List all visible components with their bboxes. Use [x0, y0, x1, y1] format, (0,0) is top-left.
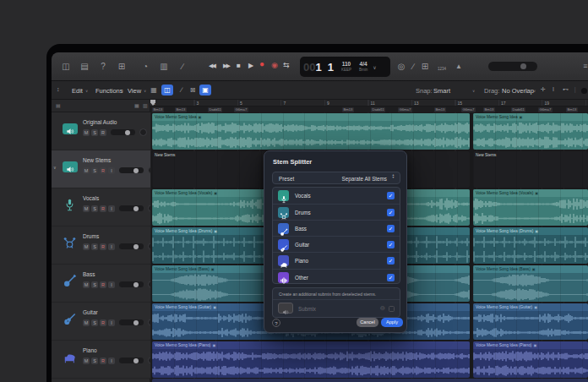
stem-checkbox[interactable]: ✓ [387, 192, 395, 199]
volume-slider[interactable] [119, 205, 144, 211]
track-m-button[interactable]: M [83, 129, 90, 136]
bar-ruler[interactable]: 13579111315171921 [150, 100, 588, 106]
lcd-chevron-down-icon[interactable]: ∨ [373, 64, 376, 70]
cycle-button[interactable]: ⇆ [283, 60, 290, 70]
pan-knob[interactable] [139, 128, 147, 136]
preset-stepper-icon[interactable]: ▲▼ [389, 174, 397, 183]
audio-region[interactable]: Voice Memo Song Idea (Drums)▣ [473, 227, 588, 264]
track-m-button[interactable]: M [83, 167, 90, 174]
chord-label[interactable]: Dadd11 [371, 107, 385, 112]
track-s-button[interactable]: S [91, 357, 98, 364]
chord-label[interactable]: Bm13 [434, 107, 446, 112]
track-i-button[interactable]: I [108, 243, 115, 250]
audio-region[interactable]: Voice Memo Song Idea (Piano)▣ [152, 341, 470, 378]
track-header[interactable]: ∨ Original Audio MSR [52, 112, 150, 150]
stem-checkbox[interactable]: ✓ [387, 274, 395, 281]
track-s-button[interactable]: S [91, 205, 98, 212]
volume-slider[interactable] [111, 129, 135, 135]
record-button[interactable]: ● [259, 59, 264, 69]
flex-icon[interactable]: ⊠ [187, 85, 199, 96]
track-s-button[interactable]: S [91, 129, 98, 136]
track-m-button[interactable]: M [83, 319, 90, 326]
metronome-icon[interactable]: ▲ [452, 60, 466, 73]
master-volume-slider[interactable] [488, 62, 537, 71]
chord-track[interactable]: Bm13Bm13Dadd11G6ma7Bm13Dadd11G6ma7Bm13G6… [150, 106, 588, 112]
menu-edit[interactable]: Edit [72, 87, 83, 95]
apply-button[interactable]: Apply [381, 318, 403, 327]
track-m-button[interactable]: M [83, 205, 90, 212]
track-r-button[interactable]: R [100, 129, 106, 136]
track-header[interactable]: ∨ Piano MSRI [52, 341, 150, 379]
audio-region[interactable]: Voice Memo Song Idea (Bass)▣ [473, 265, 588, 302]
stem-row[interactable]: Vocals ✓ [273, 188, 400, 204]
menu-functions[interactable]: Functions [95, 87, 123, 95]
zoom-tool-icon[interactable]: ⊷ [563, 86, 569, 93]
preset-row[interactable]: Preset Separate All Stems ▲▼ [272, 172, 400, 184]
chord-label[interactable]: G6ma7 [461, 107, 476, 112]
track-i-button[interactable]: I [108, 357, 115, 364]
menu-view[interactable]: View [128, 87, 141, 95]
waveform-view-icon[interactable]: ◫ [161, 85, 173, 96]
stem-row[interactable]: Bass ✓ [273, 220, 400, 236]
audio-region[interactable]: Voice Memo Song Idea (Piano)▣ [473, 341, 588, 378]
track-name[interactable]: Piano [83, 347, 97, 353]
track-header[interactable]: ∨ Drums MSRI [52, 226, 150, 265]
zoom-slider-knob[interactable] [581, 88, 587, 94]
track-s-button[interactable]: S [91, 281, 98, 288]
editors-icon[interactable]: ∕ [176, 60, 189, 73]
track-r-button[interactable]: R [100, 243, 106, 250]
lcd-display[interactable]: 001 1 110 KEEP 4/4 Bmin ∨ [300, 57, 390, 77]
track-m-button[interactable]: M [83, 281, 90, 288]
audio-region[interactable]: Voice Memo Song Idea (Vocals)▣ [473, 189, 588, 226]
track-name[interactable]: Drums [83, 233, 99, 239]
track-r-button[interactable]: R [100, 281, 106, 288]
track-r-button[interactable]: R [100, 319, 106, 326]
audio-region[interactable]: Voice Memo Song Idea (Guitar)▣ [473, 303, 588, 340]
track-list-icon[interactable]: ▥ [143, 102, 148, 108]
chord-label[interactable]: G6ma7 [538, 107, 553, 112]
stem-row[interactable]: Guitar ✓ [273, 236, 400, 252]
stem-checkbox[interactable]: ✓ [387, 241, 395, 248]
library-icon[interactable]: ▤ [78, 60, 91, 73]
lcd-signature-cell[interactable]: 4/4 Bmin [359, 62, 368, 72]
snap-chevron-icon[interactable]: ∨ [472, 89, 475, 93]
chord-label[interactable]: G6ma7 [234, 107, 248, 112]
list-editors-icon[interactable]: ≡ [579, 60, 588, 73]
chord-label[interactable]: Bm13 [175, 107, 187, 112]
help-button[interactable]: ? [272, 319, 280, 327]
stem-row[interactable]: Drums ✓ [273, 204, 400, 220]
lcd-tempo-cell[interactable]: 110 KEEP [341, 62, 351, 72]
track-name[interactable]: Bass [83, 271, 95, 277]
track-r-button[interactable]: R [100, 357, 106, 364]
track-s-button[interactable]: S [91, 167, 98, 174]
chord-label[interactable]: Bm13 [566, 107, 578, 112]
fast-forward-button[interactable]: ▶▶ [223, 61, 229, 71]
stem-checkbox[interactable]: ✓ [387, 209, 395, 216]
stop-button[interactable]: ■ [237, 61, 241, 71]
volume-slider[interactable] [119, 167, 144, 173]
chord-label[interactable]: Bm13 [483, 107, 495, 112]
drag-chevron-icon[interactable]: ∨ [533, 89, 536, 93]
volume-slider[interactable] [119, 319, 144, 325]
track-name[interactable]: Original Audio [83, 119, 117, 125]
track-s-button[interactable]: S [91, 319, 98, 326]
audio-region[interactable]: Voice Memo Song Idea▣ [473, 113, 588, 150]
track-zoom-icon[interactable]: ▦ [134, 102, 139, 108]
snap-value[interactable]: Smart [433, 87, 450, 95]
track-header[interactable]: ∨ Vocals MSRI [52, 188, 150, 226]
chord-label[interactable]: Dadd11 [208, 107, 222, 112]
track-r-button[interactable]: R [100, 167, 106, 174]
quick-help-icon[interactable]: ? [96, 60, 110, 73]
track-m-button[interactable]: M [83, 243, 90, 250]
track-options-icon[interactable]: ▤ [56, 102, 61, 108]
drag-value[interactable]: No Overlap [502, 87, 534, 95]
chord-label[interactable]: Bm13 [342, 107, 354, 112]
stem-row[interactable]: Piano ✓ [273, 252, 400, 268]
smart-controls-icon[interactable]: ◔ [139, 60, 152, 73]
track-s-button[interactable]: S [91, 243, 98, 250]
chord-label[interactable]: G6ma7 [398, 107, 412, 112]
count-in-icon[interactable]: 1234 [433, 63, 450, 75]
inspector-icon[interactable]: ◫ [59, 60, 73, 73]
toolbar-toggle-icon[interactable]: ⊞ [115, 60, 128, 73]
automation-icon[interactable]: ∕ [176, 85, 188, 96]
